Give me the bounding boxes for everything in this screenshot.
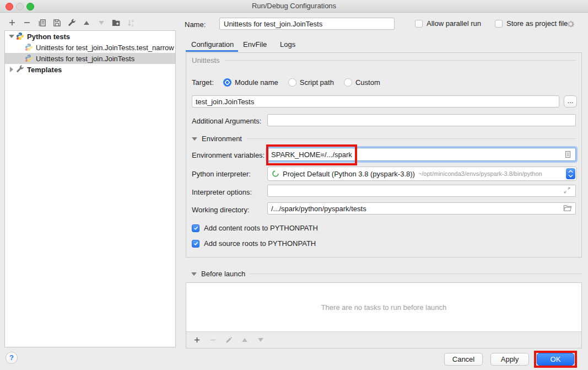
python-test-icon <box>25 43 34 52</box>
collapse-triangle-icon[interactable] <box>192 137 197 141</box>
save-configuration-icon[interactable] <box>52 18 61 27</box>
window-title: Run/Debug Configurations <box>0 0 588 12</box>
copy-configuration-icon[interactable] <box>37 18 46 27</box>
add-content-roots-label: Add content roots to PYTHONPATH <box>204 224 318 232</box>
radio-custom-label: Custom <box>355 78 380 87</box>
gear-icon[interactable] <box>566 19 575 29</box>
edit-task-icon <box>224 336 233 345</box>
move-up-icon[interactable] <box>82 18 91 27</box>
tree-item-label: Python tests <box>27 33 70 41</box>
interpreter-options-input[interactable] <box>267 185 576 197</box>
target-label: Target: <box>192 78 223 87</box>
name-input[interactable] <box>219 18 395 30</box>
combo-stepper-icon[interactable] <box>566 168 575 179</box>
store-as-project-file-checkbox[interactable]: Store as project file <box>495 19 568 28</box>
chevron-collapsed-icon[interactable] <box>7 67 16 72</box>
environment-variables-value: SPARK_HOME=/.../spark <box>271 151 563 159</box>
python-interpreter-path: ~/opt/miniconda3/envs/pyspark-3.8/bin/py… <box>418 170 542 177</box>
radio-script-path[interactable]: Script path <box>288 78 334 87</box>
add-source-roots-label: Add source roots to PYTHONPATH <box>204 239 316 248</box>
python-test-icon <box>25 54 34 63</box>
add-content-roots-checkbox[interactable]: Add content roots to PYTHONPATH <box>192 224 318 232</box>
python-interpreter-value: Project Default (Python 3.8 (pyspark-3.8… <box>283 170 415 178</box>
svg-text:z: z <box>131 23 133 26</box>
add-task-icon[interactable] <box>192 336 201 345</box>
add-source-roots-checkbox[interactable]: Add source roots to PYTHONPATH <box>192 239 316 248</box>
remove-task-icon <box>208 336 217 345</box>
configuration-panel: Unittests Target: Module name Script pat… <box>186 52 582 258</box>
checkbox-checked-icon[interactable] <box>192 240 199 248</box>
python-interpreter-select[interactable]: Project Default (Python 3.8 (pyspark-3.8… <box>267 167 577 181</box>
browse-button[interactable]: ... <box>564 95 577 108</box>
help-button[interactable]: ? <box>6 352 18 364</box>
conda-environment-icon <box>272 170 279 178</box>
working-directory-label: Working directory: <box>192 206 250 214</box>
target-input[interactable]: test_join.JoinTests <box>192 95 559 108</box>
checkbox-unchecked-icon[interactable] <box>415 20 423 28</box>
radio-module-name-label: Module name <box>235 78 278 87</box>
tree-item-label: Templates <box>27 66 62 74</box>
additional-arguments-input[interactable] <box>267 114 576 126</box>
checkbox-unchecked-icon[interactable] <box>495 20 503 28</box>
group-divider <box>250 274 582 274</box>
radio-selected-icon[interactable] <box>223 78 231 87</box>
group-divider <box>224 60 576 61</box>
radio-custom[interactable]: Custom <box>344 78 380 87</box>
edit-variables-icon[interactable] <box>563 150 572 159</box>
tab-configuration[interactable]: Configuration <box>191 39 234 51</box>
folder-browse-icon[interactable] <box>563 204 572 213</box>
tree-item-unittest-narrow[interactable]: Unittests for test_join.JoinTests.test_n… <box>5 42 175 53</box>
python-tests-icon <box>16 32 25 41</box>
tree-item-python-tests[interactable]: Python tests <box>5 31 175 42</box>
move-down-icon <box>97 18 106 27</box>
remove-configuration-icon[interactable] <box>23 18 31 27</box>
before-launch-header[interactable]: Before launch <box>191 270 582 278</box>
configurations-tree: Python tests Unittests for test_join.Joi… <box>4 30 176 347</box>
apply-button[interactable]: Apply <box>490 353 529 366</box>
checkbox-checked-icon[interactable] <box>192 224 199 232</box>
tab-envfile[interactable]: EnvFile <box>243 39 267 51</box>
sort-configurations-icon: az <box>127 18 136 27</box>
store-as-project-file-label: Store as project file <box>506 19 568 28</box>
environment-group-title: Environment <box>202 135 242 143</box>
before-launch-empty-message: There are no tasks to run before launch <box>321 303 447 312</box>
radio-unselected-icon[interactable] <box>344 78 352 87</box>
active-tab-underline <box>186 50 238 52</box>
tree-item-label: Unittests for test_join.JoinTests.test_n… <box>36 44 174 52</box>
move-task-down-icon <box>256 336 265 345</box>
unittests-group-header: Unittests <box>192 56 576 65</box>
environment-variables-label: Environment variables: <box>192 151 265 159</box>
ok-button[interactable]: OK <box>537 353 574 366</box>
environment-variables-input[interactable]: SPARK_HOME=/.../spark <box>267 148 576 161</box>
radio-script-path-label: Script path <box>300 78 334 87</box>
environment-group-header[interactable]: Environment <box>192 135 576 143</box>
allow-parallel-run-checkbox[interactable]: Allow parallel run <box>415 19 481 28</box>
create-folder-icon[interactable] <box>112 18 121 27</box>
run-debug-configurations-dialog: Run/Debug Configurations az <box>0 0 588 370</box>
edit-templates-icon[interactable] <box>67 18 76 27</box>
working-directory-input[interactable]: /.../spark/python/pyspark/tests <box>267 202 576 215</box>
chevron-expanded-icon[interactable] <box>7 35 16 38</box>
title-bar: Run/Debug Configurations <box>0 0 588 13</box>
name-label: Name: <box>185 20 206 29</box>
radio-unselected-icon[interactable] <box>288 78 296 87</box>
collapse-triangle-icon[interactable] <box>191 272 197 276</box>
tree-item-unittest-jointests-selected[interactable]: Unittests for test_join.JoinTests <box>5 53 175 64</box>
before-launch-task-list[interactable]: There are no tasks to run before launch <box>186 283 581 332</box>
target-value: test_join.JoinTests <box>196 98 555 106</box>
expand-field-icon[interactable] <box>563 186 572 195</box>
svg-text:a: a <box>131 19 133 23</box>
radio-module-name[interactable]: Module name <box>223 78 278 87</box>
tab-logs[interactable]: Logs <box>280 39 295 51</box>
tree-item-templates[interactable]: Templates <box>5 64 175 75</box>
before-launch-title: Before launch <box>201 270 245 278</box>
target-row: Target: Module name Script path Custom <box>192 78 390 87</box>
group-divider <box>246 138 576 139</box>
add-configuration-icon[interactable] <box>8 18 17 27</box>
python-interpreter-label: Python interpreter: <box>192 170 251 178</box>
cancel-button[interactable]: Cancel <box>444 353 483 366</box>
unittests-group-title: Unittests <box>192 56 220 65</box>
templates-wrench-icon <box>16 65 25 74</box>
before-launch-panel: There are no tasks to run before launch <box>186 282 582 348</box>
interpreter-options-label: Interpreter options: <box>192 188 252 196</box>
